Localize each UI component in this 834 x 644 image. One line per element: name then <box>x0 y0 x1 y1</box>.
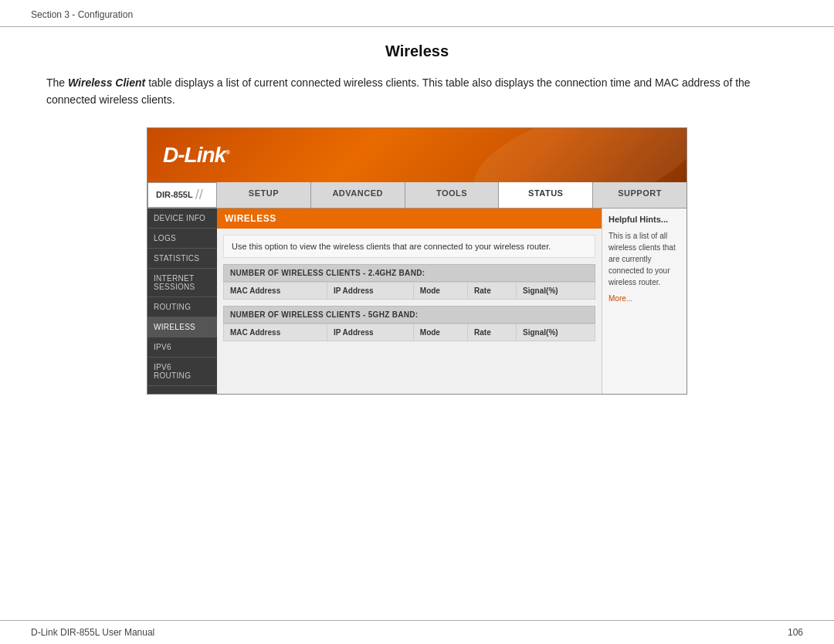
description-italic: Wireless Client <box>68 76 145 89</box>
info-box: Use this option to view the wireless cli… <box>223 235 595 258</box>
sidebar: DEVICE INFO LOGS STATISTICS INTERNET SES… <box>147 208 217 394</box>
col-signal-24: Signal(%) <box>517 282 595 299</box>
col-mode-5: Mode <box>413 324 467 341</box>
col-mac-address-24: MAC Address <box>224 282 327 299</box>
page-title: Wireless <box>46 42 788 60</box>
footer-right: 106 <box>788 627 803 638</box>
band-24-table: MAC Address IP Address Mode Rate Signal(… <box>223 282 595 300</box>
col-rate-24: Rate <box>468 282 517 299</box>
nav-tab-tools[interactable]: TOOLS <box>405 182 500 208</box>
main-panel: WIRELESS Use this option to view the wir… <box>217 208 602 394</box>
col-signal-5: Signal(%) <box>517 324 595 341</box>
description: The Wireless Client table displays a lis… <box>46 74 788 109</box>
sidebar-item-statistics[interactable]: STATISTICS <box>147 249 217 269</box>
section-label: Section 3 - Configuration <box>31 9 133 20</box>
footer-left: D-Link DIR-855L User Manual <box>31 627 154 638</box>
col-mac-address-5: MAC Address <box>224 324 327 341</box>
band-5-header: NUMBER OF WIRELESS CLIENTS - 5GHZ BAND: <box>223 306 595 324</box>
hints-more-link[interactable]: More... <box>609 294 680 303</box>
device-label: DIR-855L // <box>147 182 217 208</box>
band-5-table: MAC Address IP Address Mode Rate Signal(… <box>223 324 595 341</box>
nav-bar: DIR-855L // SETUP ADVANCED TOOLS STATUS … <box>147 182 687 208</box>
hints-text: This is a list of all wireless clients t… <box>609 230 680 288</box>
main-content: Wireless The Wireless Client table displ… <box>0 27 834 410</box>
col-ip-address-24: IP Address <box>327 282 413 299</box>
band-24-header: NUMBER OF WIRELESS CLIENTS - 2.4GHZ BAND… <box>223 264 595 282</box>
dlink-logo: D-Link® <box>163 143 229 168</box>
sidebar-item-routing[interactable]: ROUTING <box>147 297 217 317</box>
sidebar-item-internet-sessions[interactable]: INTERNET SESSIONS <box>147 269 217 297</box>
nav-tab-status[interactable]: STATUS <box>499 182 593 208</box>
band-24-table-header-row: MAC Address IP Address Mode Rate Signal(… <box>224 282 595 299</box>
dlink-banner: D-Link® <box>147 128 687 182</box>
sidebar-item-device-info[interactable]: DEVICE INFO <box>147 208 217 229</box>
sidebar-item-wireless[interactable]: WIRELESS <box>147 317 217 337</box>
page-footer: D-Link DIR-855L User Manual 106 <box>0 620 834 644</box>
sidebar-item-ipv6[interactable]: IPV6 <box>147 337 217 358</box>
col-ip-address-5: IP Address <box>327 324 413 341</box>
section-header: WIRELESS <box>217 208 602 229</box>
hints-title: Helpful Hints... <box>609 215 680 224</box>
description-text: table displays a list of current connect… <box>46 76 751 106</box>
col-rate-5: Rate <box>468 324 517 341</box>
band-5-table-header-row: MAC Address IP Address Mode Rate Signal(… <box>224 324 595 341</box>
col-mode-24: Mode <box>413 282 467 299</box>
nav-tab-support[interactable]: SUPPORT <box>593 182 687 208</box>
nav-tabs: SETUP ADVANCED TOOLS STATUS SUPPORT <box>217 182 687 208</box>
router-ui-screenshot: D-Link® DIR-855L // SETUP ADVANCED TOOLS… <box>147 127 687 395</box>
sidebar-item-ipv6-routing[interactable]: IPv6 ROUTING <box>147 358 217 386</box>
router-body: DEVICE INFO LOGS STATISTICS INTERNET SES… <box>147 208 687 394</box>
nav-tab-setup[interactable]: SETUP <box>217 182 311 208</box>
nav-tab-advanced[interactable]: ADVANCED <box>311 182 405 208</box>
page-header: Section 3 - Configuration <box>0 0 834 27</box>
sidebar-item-logs[interactable]: LOGS <box>147 229 217 249</box>
hints-panel: Helpful Hints... This is a list of all w… <box>602 208 687 394</box>
